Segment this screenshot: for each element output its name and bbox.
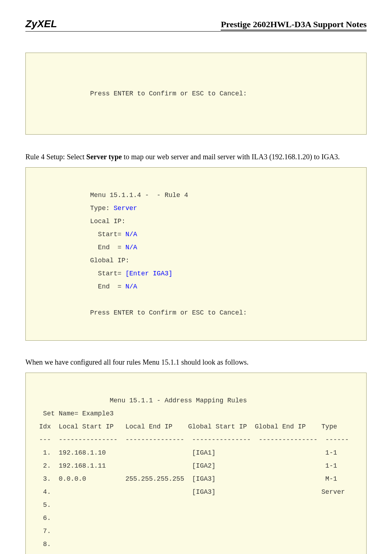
terminal-line: --- --------------- --------------- ----… bbox=[35, 436, 349, 443]
terminal-line: Menu 15.1.1 - Address Mapping Rules bbox=[35, 397, 247, 404]
value-global-start: [Enter IGA3] bbox=[125, 270, 172, 277]
terminal-line: Type: Server bbox=[35, 205, 137, 212]
terminal-line: Global IP: bbox=[35, 257, 129, 264]
terminal-line: Menu 15.1.1.4 - - Rule 4 bbox=[35, 192, 188, 199]
terminal-line: 2. 192.168.1.11 [IGA2] 1-1 bbox=[35, 462, 337, 469]
terminal-line: End = N/A bbox=[35, 283, 137, 290]
terminal-line: 7. bbox=[35, 528, 51, 535]
value-global-end: N/A bbox=[125, 283, 137, 290]
terminal-line: 3. 0.0.0.0 255.255.255.255 [IGA3] M-1 bbox=[35, 475, 337, 483]
terminal-line: Start= N/A bbox=[35, 231, 137, 238]
value-type: Server bbox=[114, 205, 137, 212]
terminal-line: 8. bbox=[35, 541, 51, 548]
terminal-box-rule4: Menu 15.1.1.4 - - Rule 4 Type: Server Lo… bbox=[25, 167, 367, 341]
terminal-line: Set Name= Example3 bbox=[35, 410, 114, 417]
terminal-line: Start= [Enter IGA3] bbox=[35, 270, 172, 277]
terminal-line: Press ENTER to Confirm or ESC to Cancel: bbox=[35, 90, 247, 97]
doc-title: Prestige 2602HWL-D3A Support Notes bbox=[221, 20, 367, 30]
terminal-line: 4. [IGA3] Server bbox=[35, 488, 345, 496]
terminal-line: 1. 192.168.1.10 [IGA1] 1-1 bbox=[35, 449, 337, 456]
instruction-text-summary: When we have configured all four rules M… bbox=[25, 357, 367, 368]
logo: ZyXEL bbox=[25, 18, 57, 30]
terminal-box-mapping-rules: Menu 15.1.1 - Address Mapping Rules Set … bbox=[25, 373, 367, 554]
value-local-end: N/A bbox=[125, 244, 137, 251]
terminal-line: 6. bbox=[35, 514, 51, 522]
terminal-line: Press ENTER to Confirm or ESC to Cancel: bbox=[35, 309, 247, 316]
instruction-text-rule4: Rule 4 Setup: Select Server type to map … bbox=[25, 151, 367, 162]
bold-server-type: Server type bbox=[86, 153, 122, 161]
value-local-start: N/A bbox=[125, 231, 137, 238]
terminal-line: Local IP: bbox=[35, 218, 125, 225]
terminal-box-confirm-1: Press ENTER to Confirm or ESC to Cancel: bbox=[25, 53, 367, 135]
terminal-line: 5. bbox=[35, 501, 51, 509]
terminal-line: Idx Local Start IP Local End IP Global S… bbox=[35, 423, 337, 430]
terminal-line: End = N/A bbox=[35, 244, 137, 251]
page-header: ZyXEL Prestige 2602HWL-D3A Support Notes bbox=[25, 18, 367, 32]
